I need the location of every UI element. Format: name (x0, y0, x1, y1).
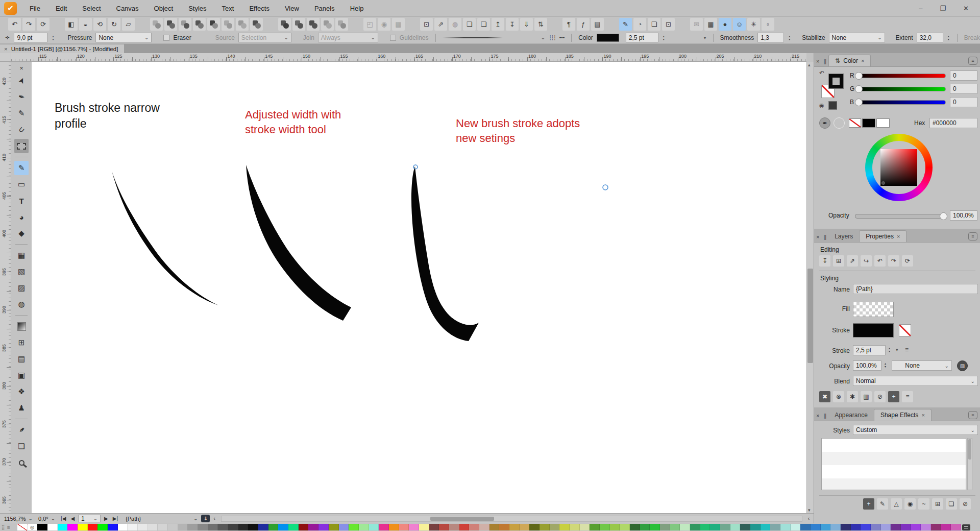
symbol-tool[interactable]: ❖ (14, 384, 29, 399)
stroke-color-swatch[interactable] (597, 34, 619, 42)
color-swatch[interactable] (610, 524, 620, 530)
color-swatch[interactable] (399, 524, 409, 530)
color-swatch[interactable] (770, 524, 780, 530)
fill-proxy-swatch[interactable] (828, 74, 844, 89)
color-swatch[interactable] (158, 524, 168, 530)
text-style-icon[interactable]: ƒ (577, 18, 590, 31)
tab-close-icon[interactable]: × (861, 58, 864, 64)
refresh-icon[interactable]: ⟳ (902, 255, 913, 267)
channel-value-B[interactable]: 0 (950, 97, 977, 107)
page-number-field[interactable]: 1⌄ (78, 515, 101, 522)
color-swatch[interactable] (469, 524, 479, 530)
color-swatch[interactable] (58, 524, 68, 530)
delete-icon[interactable]: ⊘ (874, 391, 886, 402)
color-swatch[interactable] (911, 524, 921, 530)
smoothness-stepper[interactable]: ▴▾ (788, 35, 791, 41)
lower-icon[interactable]: ↧ (506, 18, 519, 31)
panel-close-icon[interactable]: × (814, 58, 821, 64)
color-swatch[interactable] (509, 524, 520, 530)
brush-stroke-1[interactable] (112, 171, 218, 305)
brush-stroke-3[interactable] (411, 166, 479, 341)
color-swatch[interactable] (921, 524, 931, 530)
color-swatch[interactable] (640, 524, 650, 530)
node-tool[interactable]: ✒ (14, 90, 29, 104)
rectangle-tool[interactable]: ▭ (14, 177, 29, 191)
style-library-icon[interactable]: ▥ (861, 391, 872, 402)
none-color-swatch[interactable] (849, 118, 861, 128)
sync-status-icon[interactable]: ⇓ (201, 515, 210, 522)
copy-effect-icon[interactable]: ⊞ (932, 498, 943, 510)
shapes-stack-icon[interactable]: ❏ (648, 18, 660, 31)
add-icon[interactable]: + (888, 391, 899, 402)
open-external-icon[interactable]: ⇗ (434, 18, 447, 31)
color-swatch[interactable] (208, 524, 218, 530)
opacity-slider-knob[interactable] (940, 212, 947, 220)
outline-preview-icon[interactable]: ● (719, 18, 731, 31)
effects-list[interactable] (821, 438, 966, 490)
color-swatch[interactable] (600, 524, 610, 530)
stroke-width-field[interactable]: 2,5 pt (853, 345, 886, 355)
text-tool[interactable]: T (14, 194, 29, 208)
collapse-left-icon[interactable]: ‹ (212, 516, 216, 521)
anchor-point-marker[interactable] (603, 185, 608, 190)
channel-slider-knob-R[interactable] (855, 72, 863, 80)
color-swatch[interactable] (228, 524, 238, 530)
pressure-dropdown[interactable]: None⌄ (95, 33, 152, 42)
black-swatch[interactable] (862, 118, 875, 128)
color-swatch[interactable] (901, 524, 911, 530)
channel-slider-knob-G[interactable] (855, 85, 863, 93)
gradient-tool[interactable] (14, 319, 29, 333)
style-settings-icon[interactable]: ✱ (847, 391, 858, 402)
hex-field[interactable]: #000000 (929, 118, 977, 128)
panel-menu-icon[interactable]: ≡ (968, 57, 977, 65)
blend-mode-dropdown[interactable]: Normal⌄ (853, 376, 978, 386)
transform-copy-icon[interactable]: ▱ (122, 18, 135, 31)
pathfinder-subtract-icon[interactable] (179, 18, 191, 31)
shape-cut-icon[interactable] (278, 18, 291, 31)
close-button[interactable]: ✕ (963, 5, 969, 12)
color-swatch[interactable] (750, 524, 761, 530)
color-swatch[interactable] (479, 524, 489, 530)
eyedropper-tool[interactable]: ✒ (14, 423, 29, 437)
opacity-texture-icon[interactable]: ▨ (957, 360, 968, 371)
horizontal-scrollbar[interactable] (221, 516, 802, 522)
canvas[interactable]: Brush stroke narrow profileAdjusted widt… (32, 62, 806, 513)
color-swatch[interactable] (550, 524, 560, 530)
color-swatch[interactable] (690, 524, 700, 530)
color-swatch[interactable] (780, 524, 791, 530)
color-swatch[interactable] (941, 524, 951, 530)
select-tool[interactable]: ➤ (14, 74, 29, 88)
secondary-color-swatch[interactable] (828, 101, 837, 110)
tab-close-icon[interactable]: × (4, 46, 8, 52)
channel-slider-B[interactable] (858, 100, 946, 105)
pattern-pen-tool[interactable]: ▦ (14, 248, 29, 262)
panel-drag-handle[interactable]: || (821, 413, 828, 419)
white-swatch[interactable] (876, 118, 890, 128)
tab-shape-effects[interactable]: Shape Effects× (874, 409, 932, 421)
effects-list-scrollbar[interactable] (967, 438, 972, 490)
channel-value-G[interactable]: 0 (950, 84, 977, 94)
color-swatch[interactable] (700, 524, 710, 530)
menu-text[interactable]: Text (214, 0, 242, 17)
open-style-icon[interactable]: ⇗ (847, 255, 858, 267)
color-swatch[interactable] (67, 524, 78, 530)
color-swatch[interactable] (238, 524, 249, 530)
smooth-preview-icon[interactable]: ☺ (733, 18, 746, 31)
text-threading-icon[interactable]: ¶ (562, 18, 575, 31)
color-swatch[interactable] (108, 524, 118, 530)
fan-mesh-tool[interactable]: ◍ (14, 297, 29, 311)
stamp-tool[interactable]: ♟ (14, 401, 29, 415)
tab-close-icon[interactable]: × (921, 412, 924, 418)
channel-slider-R[interactable] (858, 74, 946, 78)
opacity-slider[interactable] (855, 214, 946, 219)
color-swatch[interactable] (37, 524, 47, 530)
color-swatch[interactable] (138, 524, 148, 530)
color-swatch[interactable] (369, 524, 379, 530)
color-swatch[interactable] (318, 524, 329, 530)
previous-page-button[interactable]: ◀ (69, 516, 76, 521)
undo-icon[interactable]: ↶ (8, 18, 21, 31)
stroke-width-field[interactable]: 2,5 pt (626, 33, 658, 42)
menu-object[interactable]: Object (146, 0, 181, 17)
more-options-button[interactable]: ••• (559, 35, 565, 40)
color-swatch[interactable] (499, 524, 509, 530)
